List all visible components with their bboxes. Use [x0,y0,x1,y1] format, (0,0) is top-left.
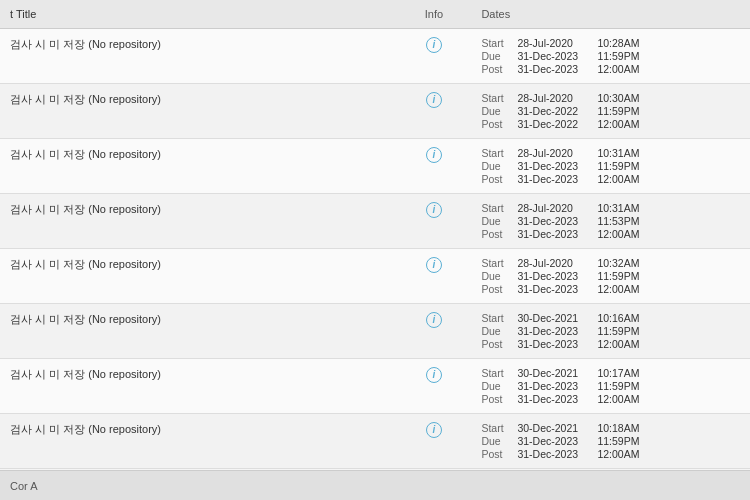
date-value: 28-Jul-2020 [517,147,597,159]
date-label: Post [481,63,517,75]
date-value: 28-Jul-2020 [517,202,597,214]
data-table: t Title Info Dates 검사 시 미 저장 (No reposit… [0,0,750,469]
info-icon[interactable]: i [426,257,442,273]
date-time: 10:16AM [597,312,657,324]
date-label: Post [481,118,517,130]
table-header-row: t Title Info Dates [0,0,750,29]
row-info[interactable]: i [396,359,471,414]
date-label: Start [481,312,517,324]
date-time: 11:59PM [597,325,657,337]
date-time: 11:59PM [597,270,657,282]
row-dates: Start30-Dec-202110:18AMDue31-Dec-202311:… [471,414,750,469]
info-icon[interactable]: i [426,312,442,328]
row-title: 검사 시 미 저장 (No repository) [0,414,396,469]
col-header-dates: Dates [471,0,750,29]
row-info[interactable]: i [396,84,471,139]
footer-bar: Cor A [0,470,750,500]
date-value: 31-Dec-2023 [517,448,597,460]
info-icon[interactable]: i [426,367,442,383]
date-label: Due [481,270,517,282]
date-time: 10:32AM [597,257,657,269]
date-value: 31-Dec-2023 [517,325,597,337]
row-info[interactable]: i [396,194,471,249]
date-label: Post [481,448,517,460]
info-icon[interactable]: i [426,422,442,438]
info-icon[interactable]: i [426,37,442,53]
info-icon[interactable]: i [426,92,442,108]
date-label: Start [481,147,517,159]
date-label: Due [481,380,517,392]
date-value: 30-Dec-2021 [517,422,597,434]
date-value: 31-Dec-2023 [517,173,597,185]
table-row: 검사 시 미 저장 (No repository)iStart28-Jul-20… [0,29,750,84]
date-label: Post [481,338,517,350]
info-icon[interactable]: i [426,147,442,163]
row-info[interactable]: i [396,304,471,359]
table-row: 검사 시 미 저장 (No repository)iStart30-Dec-20… [0,359,750,414]
date-time: 11:59PM [597,380,657,392]
row-title: 검사 시 미 저장 (No repository) [0,359,396,414]
date-time: 11:59PM [597,50,657,62]
row-title: 검사 시 미 저장 (No repository) [0,139,396,194]
date-label: Due [481,50,517,62]
date-value: 31-Dec-2023 [517,380,597,392]
row-dates: Start28-Jul-202010:31AMDue31-Dec-202311:… [471,139,750,194]
date-time: 12:00AM [597,448,657,460]
date-label: Due [481,160,517,172]
date-time: 11:59PM [597,160,657,172]
date-value: 31-Dec-2023 [517,393,597,405]
col-header-info: Info [396,0,471,29]
row-info[interactable]: i [396,249,471,304]
date-value: 31-Dec-2023 [517,435,597,447]
date-time: 10:31AM [597,202,657,214]
date-label: Due [481,325,517,337]
date-time: 12:00AM [597,118,657,130]
date-value: 31-Dec-2023 [517,283,597,295]
table-row: 검사 시 미 저장 (No repository)iStart28-Jul-20… [0,139,750,194]
date-label: Post [481,393,517,405]
row-dates: Start28-Jul-202010:28AMDue31-Dec-202311:… [471,29,750,84]
date-time: 10:17AM [597,367,657,379]
row-title: 검사 시 미 저장 (No repository) [0,249,396,304]
date-value: 28-Jul-2020 [517,257,597,269]
table-row: 검사 시 미 저장 (No repository)iStart30-Dec-20… [0,304,750,359]
row-info[interactable]: i [396,414,471,469]
date-time: 12:00AM [597,228,657,240]
row-info[interactable]: i [396,139,471,194]
date-time: 11:59PM [597,435,657,447]
date-label: Post [481,228,517,240]
table-row: 검사 시 미 저장 (No repository)iStart28-Jul-20… [0,194,750,249]
row-title: 검사 시 미 저장 (No repository) [0,194,396,249]
table-row: 검사 시 미 저장 (No repository)iStart28-Jul-20… [0,249,750,304]
date-label: Due [481,215,517,227]
date-label: Due [481,105,517,117]
date-value: 31-Dec-2023 [517,270,597,282]
row-title: 검사 시 미 저장 (No repository) [0,304,396,359]
row-dates: Start28-Jul-202010:32AMDue31-Dec-202311:… [471,249,750,304]
date-label: Start [481,37,517,49]
col-header-title: t Title [0,0,396,29]
date-time: 10:30AM [597,92,657,104]
date-value: 28-Jul-2020 [517,37,597,49]
row-info[interactable]: i [396,29,471,84]
row-title: 검사 시 미 저장 (No repository) [0,29,396,84]
date-value: 31-Dec-2022 [517,118,597,130]
date-time: 12:00AM [597,173,657,185]
row-dates: Start28-Jul-202010:30AMDue31-Dec-202211:… [471,84,750,139]
info-icon[interactable]: i [426,202,442,218]
date-time: 10:28AM [597,37,657,49]
date-label: Start [481,92,517,104]
date-value: 31-Dec-2023 [517,63,597,75]
date-label: Post [481,283,517,295]
date-label: Start [481,422,517,434]
date-label: Start [481,257,517,269]
date-value: 31-Dec-2022 [517,105,597,117]
main-table-container[interactable]: t Title Info Dates 검사 시 미 저장 (No reposit… [0,0,750,500]
date-time: 11:59PM [597,105,657,117]
date-value: 28-Jul-2020 [517,92,597,104]
row-title: 검사 시 미 저장 (No repository) [0,84,396,139]
date-label: Due [481,435,517,447]
date-label: Start [481,202,517,214]
table-row: 검사 시 미 저장 (No repository)iStart30-Dec-20… [0,414,750,469]
row-dates: Start30-Dec-202110:16AMDue31-Dec-202311:… [471,304,750,359]
